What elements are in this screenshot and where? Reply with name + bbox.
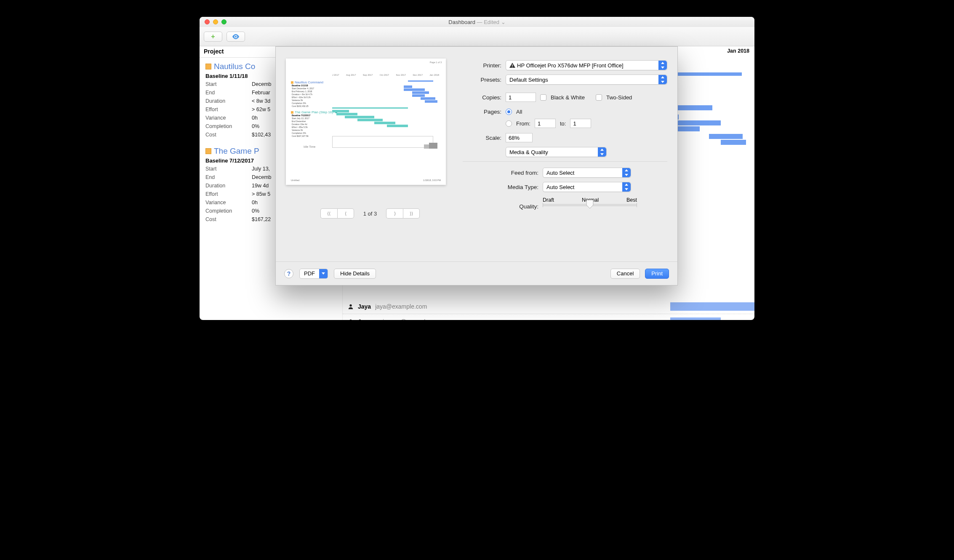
chevron-down-icon	[319, 269, 328, 278]
window-edited-indicator: — Edited	[477, 19, 499, 25]
preview-page-indicator: Page 1 of 3	[430, 61, 442, 64]
add-button[interactable]: +	[204, 32, 222, 42]
hide-details-button[interactable]: Hide Details	[334, 269, 376, 279]
first-page-btn[interactable]: ⟨⟨	[320, 208, 337, 219]
copies-label: Copies:	[463, 94, 501, 101]
media-type-label: Media Type:	[463, 184, 538, 190]
titlebar: Dashboard — Edited ⌄	[200, 17, 754, 27]
resource-row[interactable]: Jeremy jeremy@example.com	[343, 314, 754, 320]
print-dialog: Page 1 of 3 J 2017 Aug 2017 Sep 2017 Oct…	[275, 46, 678, 285]
print-preview: Page 1 of 3 J 2017 Aug 2017 Sep 2017 Oct…	[286, 59, 446, 185]
pages-label: Pages:	[463, 109, 501, 115]
presets-label: Presets:	[463, 77, 501, 83]
resource-row[interactable]: Jaya jaya@example.com	[343, 299, 754, 314]
media-type-select[interactable]: Auto Select	[543, 182, 631, 192]
twosided-checkbox[interactable]	[596, 94, 602, 101]
project-icon	[205, 64, 211, 69]
person-icon	[348, 304, 354, 309]
copies-input[interactable]	[506, 93, 536, 102]
person-email: jaya@example.com	[375, 303, 427, 310]
quality-slider[interactable]: Draft Normal Best	[543, 197, 637, 210]
pages-all-radio[interactable]	[506, 109, 512, 115]
bw-label: Black & White	[551, 94, 585, 101]
person-name: Jeremy	[358, 318, 378, 320]
help-button[interactable]: ?	[284, 269, 293, 278]
svg-rect-5	[512, 67, 513, 67]
title-dropdown-icon[interactable]: ⌄	[501, 19, 506, 25]
svg-point-0	[235, 36, 237, 37]
svg-rect-4	[512, 64, 513, 66]
scale-input[interactable]	[506, 133, 533, 142]
bw-checkbox[interactable]	[540, 94, 546, 101]
svg-point-1	[349, 304, 352, 306]
slider-thumb[interactable]	[586, 200, 594, 208]
print-button[interactable]: Print	[645, 269, 669, 279]
window-title: Dashboard	[448, 19, 475, 25]
pages-to-label: to:	[560, 120, 566, 127]
divider	[463, 161, 667, 162]
svg-point-2	[349, 319, 352, 320]
prev-page-btn[interactable]: ⟨	[337, 208, 354, 219]
page-navigation: ⟨⟨ ⟨ 1 of 3 ⟩ ⟩⟩	[286, 208, 454, 219]
pages-range-radio[interactable]	[506, 120, 512, 127]
warning-icon	[509, 63, 515, 68]
preview-doc-title: Untitled	[291, 179, 299, 181]
app-window: Dashboard — Edited ⌄ + Project Nautilus …	[200, 17, 754, 320]
preview-timestamp: 1/18/18, 3:03 PM	[423, 179, 441, 181]
cancel-button[interactable]: Cancel	[610, 269, 640, 279]
printer-select[interactable]: HP Officejet Pro X576dw MFP [Front Offic…	[506, 60, 667, 70]
timeline-month-label: Jan 2018	[727, 48, 749, 54]
pages-from-label: From:	[516, 120, 530, 127]
pages-all-label: All	[516, 109, 522, 115]
printer-label: Printer:	[463, 62, 501, 69]
twosided-label: Two-Sided	[606, 94, 632, 101]
presets-select[interactable]: Default Settings	[506, 75, 667, 85]
view-button[interactable]	[227, 32, 245, 42]
person-name: Jaya	[358, 303, 371, 310]
quality-label: Quality:	[463, 203, 538, 210]
pages-from-input[interactable]	[535, 119, 556, 128]
pages-to-input[interactable]	[570, 119, 591, 128]
last-page-btn[interactable]: ⟩⟩	[403, 208, 420, 219]
feed-from-label: Feed from:	[463, 170, 538, 176]
next-page-btn[interactable]: ⟩	[386, 208, 403, 219]
toolbar: +	[200, 27, 754, 46]
person-email: jeremy@example.com	[383, 318, 441, 320]
scale-label: Scale:	[463, 135, 501, 141]
person-icon	[348, 319, 354, 320]
feed-from-select[interactable]: Auto Select	[543, 168, 631, 178]
page-indicator: 1 of 3	[363, 211, 377, 217]
pdf-dropdown[interactable]: PDF	[299, 269, 328, 279]
print-options-section-select[interactable]: Media & Quality	[506, 147, 607, 157]
project-icon	[205, 148, 211, 154]
